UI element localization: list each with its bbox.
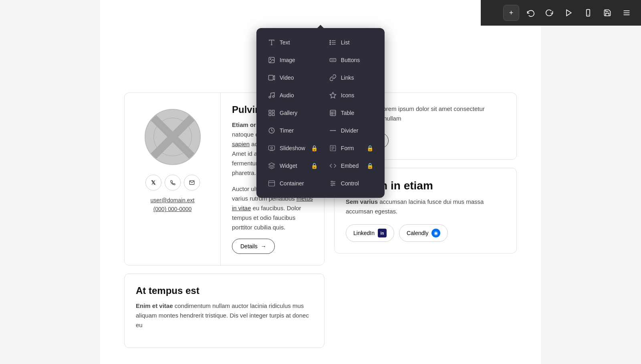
links-menu-label: Links xyxy=(341,74,373,81)
svg-point-12 xyxy=(330,44,331,44)
main-menu-button[interactable] xyxy=(619,5,635,21)
menu-item-icons[interactable]: Icons xyxy=(324,87,378,103)
menu-item-control[interactable]: Control xyxy=(324,175,378,191)
svg-point-33 xyxy=(335,130,335,131)
card-2-inner: At tempus est Enim et vitae condimentum … xyxy=(125,274,324,348)
embed-menu-icon xyxy=(329,162,337,170)
svg-rect-17 xyxy=(269,75,273,80)
links-menu-icon xyxy=(329,74,337,82)
svg-point-35 xyxy=(271,147,273,149)
play-button[interactable] xyxy=(561,5,577,21)
form-menu-label: Form xyxy=(341,145,361,151)
menu-item-text[interactable]: Text xyxy=(263,34,323,50)
twitter-icon: 𝕏 xyxy=(151,179,155,186)
svg-rect-26 xyxy=(330,110,336,116)
menu-item-video[interactable]: Video xyxy=(263,70,323,86)
slideshow-menu-label: Slideshow xyxy=(280,145,305,151)
widget-lock-icon: 🔒 xyxy=(311,163,318,169)
card-2-text: Enim et vitae condimentum nullam auctor … xyxy=(136,301,313,330)
mobile-preview-button[interactable] xyxy=(580,5,596,21)
text-menu-label: Text xyxy=(280,39,318,46)
svg-marker-21 xyxy=(330,93,336,98)
svg-rect-1 xyxy=(587,10,590,16)
menu-item-buttons[interactable]: Buttons xyxy=(324,52,378,68)
svg-marker-18 xyxy=(273,76,275,80)
menu-item-slideshow[interactable]: Slideshow 🔒 xyxy=(263,140,323,156)
svg-point-44 xyxy=(331,185,333,186)
twitter-button[interactable]: 𝕏 xyxy=(145,175,161,191)
svg-rect-23 xyxy=(272,110,274,112)
card-1-details-button[interactable]: Details → xyxy=(232,239,275,254)
menu-grid: Text List Image xyxy=(263,34,378,191)
table-menu-icon xyxy=(329,109,337,117)
table-menu-label: Table xyxy=(341,110,373,116)
menu-item-links[interactable]: Links xyxy=(324,70,378,86)
social-icons: 𝕏 xyxy=(145,175,200,191)
contact-email[interactable]: user@domain.ext xyxy=(151,197,195,203)
embed-lock-icon: 🔒 xyxy=(367,163,373,169)
slideshow-lock-icon: 🔒 xyxy=(311,145,318,151)
email-icon xyxy=(189,180,195,185)
contact-phone[interactable]: (000) 000-0000 xyxy=(153,206,192,212)
svg-point-20 xyxy=(272,96,274,98)
menu-item-image[interactable]: Image xyxy=(263,52,323,68)
audio-menu-label: Audio xyxy=(280,92,318,99)
buttons-menu-icon xyxy=(329,56,337,64)
container-menu-icon xyxy=(268,179,276,187)
email-button[interactable] xyxy=(184,175,200,191)
icons-menu-label: Icons xyxy=(341,92,373,99)
svg-point-19 xyxy=(269,96,271,98)
svg-point-10 xyxy=(330,40,331,41)
list-menu-label: List xyxy=(341,39,373,46)
image-menu-icon xyxy=(268,56,276,64)
svg-rect-24 xyxy=(272,114,274,116)
timer-menu-label: Timer xyxy=(280,127,318,134)
control-menu-icon xyxy=(329,179,337,187)
card-2: At tempus est Enim et vitae condimentum … xyxy=(124,274,325,348)
menu-item-table[interactable]: Table xyxy=(324,105,378,121)
linkedin-icon: in xyxy=(378,229,387,237)
list-menu-icon xyxy=(329,38,337,46)
toolbar: + xyxy=(481,0,641,26)
menu-item-divider[interactable]: Divider xyxy=(324,123,378,139)
svg-rect-22 xyxy=(269,110,271,112)
menu-item-gallery[interactable]: Gallery xyxy=(263,105,323,121)
widget-menu-label: Widget xyxy=(280,163,305,169)
phone-button[interactable] xyxy=(165,175,181,191)
card-2-title: At tempus est xyxy=(136,285,313,296)
profile-info: 𝕏 xyxy=(125,93,221,265)
control-menu-label: Control xyxy=(341,180,373,187)
menu-item-widget[interactable]: Widget 🔒 xyxy=(263,158,323,174)
calendly-button[interactable]: Calendly ◉ xyxy=(399,224,448,242)
gallery-menu-icon xyxy=(268,109,276,117)
menu-item-form[interactable]: Form 🔒 xyxy=(324,140,378,156)
undo-button[interactable] xyxy=(522,5,538,21)
redo-button[interactable] xyxy=(542,5,558,21)
form-lock-icon: 🔒 xyxy=(367,145,373,151)
svg-point-43 xyxy=(333,183,335,184)
svg-marker-0 xyxy=(566,10,571,16)
image-menu-label: Image xyxy=(280,57,318,63)
save-button[interactable] xyxy=(599,5,615,21)
audio-menu-icon xyxy=(268,91,276,99)
menu-item-timer[interactable]: Timer xyxy=(263,123,323,139)
svg-point-11 xyxy=(330,42,331,43)
menu-item-list[interactable]: List xyxy=(324,34,378,50)
form-menu-icon xyxy=(329,144,337,152)
calendly-icon: ◉ xyxy=(431,229,440,237)
menu-item-audio[interactable]: Audio xyxy=(263,87,323,103)
add-element-menu: Text List Image xyxy=(256,28,385,198)
menu-item-embed[interactable]: Embed 🔒 xyxy=(324,158,378,174)
buttons-menu-label: Buttons xyxy=(341,57,373,63)
linkedin-button[interactable]: LinkedIn in xyxy=(346,224,394,242)
link-buttons: LinkedIn in Calendly ◉ xyxy=(346,224,505,242)
menu-item-container[interactable]: Container xyxy=(263,175,323,191)
add-button[interactable]: + xyxy=(503,5,519,21)
svg-point-14 xyxy=(270,58,271,59)
video-menu-icon xyxy=(268,74,276,82)
text-menu-icon xyxy=(268,38,276,46)
container-menu-label: Container xyxy=(280,180,318,187)
card-2-bold: Enim et vitae xyxy=(136,302,173,309)
phone-icon xyxy=(170,180,175,185)
video-menu-label: Video xyxy=(280,74,318,81)
